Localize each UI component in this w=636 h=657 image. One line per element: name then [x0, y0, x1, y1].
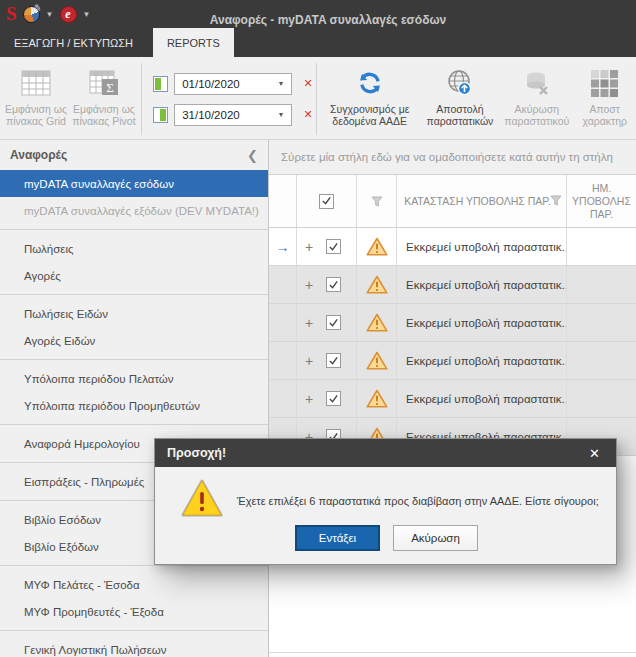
- e-logo-icon[interactable]: e: [60, 6, 77, 23]
- date-column-header[interactable]: ΗΜ. ΥΠΟΒΟΛΗΣ ΠΑΡ.: [567, 175, 636, 227]
- ribbon-tab-bar: ΕΞΑΓΩΓΗ / ΕΚΤΥΠΩΣΗ REPORTS: [0, 28, 636, 57]
- row-checkbox[interactable]: [326, 239, 341, 254]
- warning-column-header[interactable]: [357, 175, 397, 227]
- row-checkbox[interactable]: [326, 315, 341, 330]
- date-cell: [567, 304, 636, 341]
- tab-export-print[interactable]: ΕΞΑΓΩΓΗ / ΕΚΤΥΠΩΣΗ: [0, 28, 147, 57]
- sidebar-item[interactable]: Πωλήσεις Ειδών: [0, 300, 268, 327]
- dropdown-caret-icon[interactable]: ▼: [278, 111, 285, 118]
- table-row[interactable]: → + Εκκρεμεί υποβολή παραστατικ...: [269, 266, 636, 304]
- title-bar: S ✎ ▼ e ▼ Αναφορές - myDATA συναλλαγές ε…: [0, 0, 636, 28]
- pencil-icon: ✎: [33, 2, 42, 13]
- warning-icon: [366, 237, 388, 256]
- date-to-field[interactable]: 31/10/2020 ▼: [174, 104, 291, 126]
- clear-date-icon[interactable]: ✕: [304, 108, 313, 121]
- group-by-panel[interactable]: Σύρετε μία στήλη εδώ για να ομαδοποιήσετ…: [269, 140, 636, 174]
- status-text: Εκκρεμεί υποβολή παραστατικ...: [406, 317, 567, 329]
- date-from-field[interactable]: 01/10/2020 ▼: [174, 73, 291, 95]
- row-checkbox[interactable]: [326, 277, 341, 292]
- chevron-down-icon[interactable]: ▼: [46, 10, 54, 19]
- row-checkbox[interactable]: [326, 353, 341, 368]
- grid-rows: → + Εκκρεμεί υποβολή παραστατικ... → +: [269, 228, 636, 456]
- tab-reports[interactable]: REPORTS: [153, 28, 234, 57]
- dialog-message: Έχετε επιλέξει 6 παραστατικά προς διαβίβ…: [237, 495, 610, 507]
- application-window: S ✎ ▼ e ▼ Αναφορές - myDATA συναλλαγές ε…: [0, 0, 636, 657]
- warning-cell: [357, 228, 397, 265]
- select-all-checkbox[interactable]: [319, 194, 334, 209]
- expand-row-button[interactable]: +: [305, 353, 313, 369]
- sidebar-item[interactable]: ΜΥΦ Προμηθευτές - Έξοδα: [0, 598, 268, 625]
- sidebar-item[interactable]: Υπόλοιπα περιόδου Πελατών: [0, 365, 268, 392]
- table-row[interactable]: → + Εκκρεμεί υποβολή παραστατικ...: [269, 304, 636, 342]
- sidebar-item[interactable]: Υπόλοιπα περιόδου Προμηθευτών: [0, 392, 268, 419]
- table-row[interactable]: → + Εκκρεμεί υποβολή παραστατικ...: [269, 380, 636, 418]
- sidebar-separator: [0, 630, 268, 631]
- expand-row-button[interactable]: +: [305, 277, 313, 293]
- sidebar-item[interactable]: Γενική Λογιστική Πωλήσεων: [0, 636, 268, 657]
- sidebar-item[interactable]: myDATA συναλλαγές εξόδων (DEV MYDATA!): [0, 197, 268, 224]
- expand-row-button[interactable]: +: [305, 315, 313, 331]
- status-cell: Εκκρεμεί υποβολή παραστατικ...: [397, 304, 567, 341]
- show-as-grid-button[interactable]: Εμφάνιση ως πίνακας Grid: [2, 61, 70, 137]
- expand-row-button[interactable]: +: [305, 391, 313, 407]
- grid-table-icon: [21, 67, 51, 99]
- date-from-value: 01/10/2020: [182, 78, 277, 90]
- warning-cell: [357, 342, 397, 379]
- date-cell: [567, 380, 636, 417]
- ok-button[interactable]: Εντάξει: [295, 525, 380, 551]
- date-to-value: 31/10/2020: [182, 109, 277, 121]
- theme-palette-icon[interactable]: ✎: [23, 6, 40, 23]
- status-text: Εκκρεμεί υποβολή παραστατικ...: [406, 393, 567, 405]
- send-characterizations-button[interactable]: Αποστ χαρακτηρ: [573, 61, 636, 137]
- status-cell: Εκκρεμεί υποβολή παραστατικ...: [397, 228, 567, 265]
- show-as-pivot-button[interactable]: Σ Εμφάνιση ως πίνακας Pivot: [70, 61, 138, 137]
- grid-pane: Σύρετε μία στήλη εδώ για να ομαδοποιήσετ…: [269, 140, 636, 657]
- filter-funnel-icon[interactable]: [550, 192, 562, 210]
- select-cell[interactable]: +: [297, 266, 357, 303]
- filter-funnel-icon: [371, 196, 383, 207]
- select-cell[interactable]: +: [297, 342, 357, 379]
- row-indicator-cell: →: [269, 266, 297, 303]
- window-title: Αναφορές - myDATA συναλλαγές εσόδων: [120, 0, 536, 28]
- send-documents-button[interactable]: Αποστολή παραστατικών: [420, 61, 500, 137]
- chevron-down-icon[interactable]: ▼: [83, 10, 91, 19]
- confirmation-dialog: Προσοχή! ✕ Έχετε επιλέξει 6 παραστατικά …: [154, 438, 617, 565]
- cancel-document-button[interactable]: Ακύρωση παραστατικού: [500, 61, 573, 137]
- sidebar-item[interactable]: myDATA συναλλαγές εσόδων: [0, 170, 268, 197]
- row-checkbox[interactable]: [326, 391, 341, 406]
- table-row[interactable]: → + Εκκρεμεί υποβολή παραστατικ...: [269, 342, 636, 380]
- select-all-header[interactable]: [297, 175, 357, 227]
- select-cell[interactable]: +: [297, 380, 357, 417]
- sidebar-separator: [0, 565, 268, 566]
- collapse-sidebar-icon[interactable]: ❮: [247, 148, 258, 163]
- sidebar-separator: [0, 424, 268, 425]
- ribbon-toolbar: Εμφάνιση ως πίνακας Grid Σ Εμφάνιση ως π…: [0, 57, 636, 140]
- select-cell[interactable]: +: [297, 228, 357, 265]
- reports-sidebar: Αναφορές ❮ myDATA συναλλαγές εσόδωνmyDAT…: [0, 140, 269, 657]
- squares-grid-icon: [591, 67, 618, 99]
- sync-aade-button[interactable]: Συγχρονισμός με δεδομένα ΑΑΔΕ: [320, 61, 420, 137]
- dialog-title-bar[interactable]: Προσοχή! ✕: [155, 439, 616, 467]
- close-icon[interactable]: ✕: [585, 446, 604, 461]
- sidebar-separator: [0, 229, 268, 230]
- status-column-header[interactable]: ΚΑΤΑΣΤΑΣΗ ΥΠΟΒΟΛΗΣ ΠΑΡ.: [397, 175, 567, 227]
- warning-cell: [357, 266, 397, 303]
- clear-date-icon[interactable]: ✕: [304, 77, 313, 90]
- dropdown-caret-icon[interactable]: ▼: [278, 80, 285, 87]
- sidebar-item[interactable]: Αγορές Ειδών: [0, 327, 268, 354]
- sidebar-item[interactable]: ΜΥΦ Πελάτες - Έσοδα: [0, 571, 268, 598]
- current-row-arrow-icon: →: [276, 239, 290, 255]
- table-row[interactable]: → + Εκκρεμεί υποβολή παραστατικ...: [269, 228, 636, 266]
- database-x-icon: [523, 67, 551, 99]
- send-characterizations-label: Αποστ χαρακτηρ: [573, 103, 636, 127]
- sidebar-item-list: myDATA συναλλαγές εσόδωνmyDATA συναλλαγέ…: [0, 170, 268, 657]
- dialog-title: Προσοχή!: [167, 446, 585, 460]
- expand-row-button[interactable]: +: [305, 239, 313, 255]
- ribbon-separator: [141, 63, 142, 135]
- sidebar-item[interactable]: Πωλήσεις: [0, 235, 268, 262]
- warning-triangle-icon: [181, 479, 223, 521]
- sidebar-item[interactable]: Αγορές: [0, 262, 268, 289]
- select-cell[interactable]: +: [297, 304, 357, 341]
- cancel-button[interactable]: Ακύρωση: [393, 525, 478, 551]
- status-text: Εκκρεμεί υποβολή παραστατικ...: [406, 241, 567, 253]
